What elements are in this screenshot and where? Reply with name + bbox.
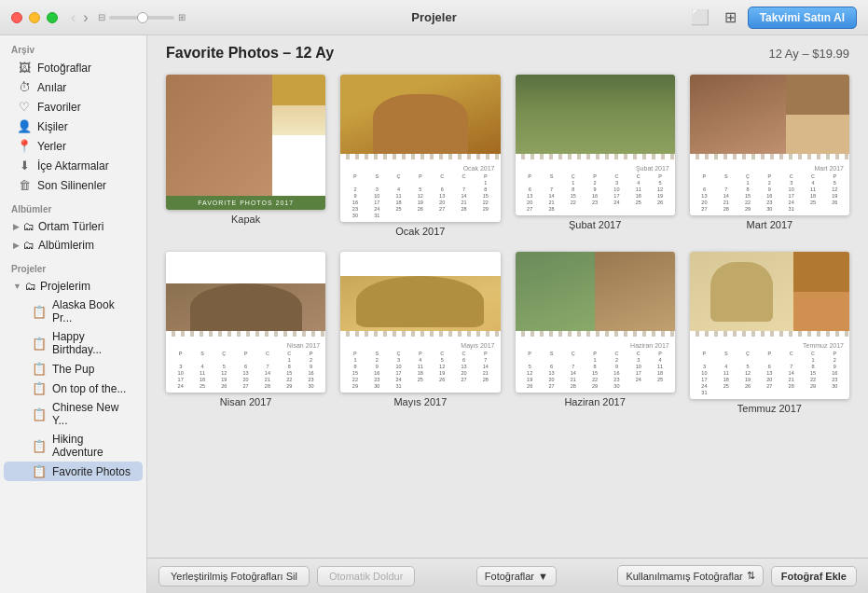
sidebar-item-the-pup[interactable]: 📋 The Pup — [4, 359, 143, 379]
sidebar-item-son-silinenler[interactable]: 🗑 Son Silinenler — [4, 175, 143, 195]
haziran-card: Haziran 2017 PSÇPCCP 1234 567891011 1213… — [516, 252, 675, 393]
album-price: 12 Ay – $19.99 — [768, 47, 849, 61]
wire-binding — [166, 331, 325, 337]
content-area: Favorite Photos – 12 Ay 12 Ay – $19.99 F — [147, 35, 868, 593]
calendar-body: Mayıs 2017 PSÇPCCP 1234567 891011121314 … — [340, 338, 500, 393]
auto-fill-button[interactable]: Otomatik Doldur — [317, 566, 415, 586]
sidebar-item-anilar[interactable]: ⏱ Anılar — [4, 77, 143, 97]
sidebar-item-ortam-turleri[interactable]: ▶ 🗂 Ortam Türleri — [4, 217, 143, 236]
month-label: Mayıs 2017 — [344, 342, 496, 350]
sidebar-item-label: Hiking Adventure — [52, 433, 133, 459]
main-layout: Arşiv 🖼 Fotoğraflar ⏱ Anılar ♡ Favoriler… — [0, 35, 868, 593]
month-label: Ocak 2017 — [344, 165, 496, 172]
zoom-small-icon: ⊟ — [98, 12, 105, 22]
cover-photo — [166, 75, 325, 196]
sidebar-item-ice-aktarmalar[interactable]: ⬇ İçe Aktarmalar — [4, 156, 143, 175]
places-icon: 📍 — [17, 139, 32, 153]
sidebar-toggle-button[interactable]: ⬜ — [687, 7, 713, 28]
calendar-icon2: 📋 — [32, 381, 47, 395]
memories-icon: ⏱ — [17, 80, 32, 94]
buy-calendar-button[interactable]: Takvimi Satın Al — [748, 7, 857, 29]
view-toggle-button[interactable]: ⊞ — [721, 7, 740, 28]
calendar-item-ocak[interactable]: Ocak 2017 PSÇPCCP 1 2345678 910111213141… — [340, 75, 500, 237]
subat-photo — [516, 75, 675, 154]
zoom-thumb[interactable] — [137, 12, 148, 23]
bottom-toolbar: Yerleştirilmiş Fotoğrafları Sil Otomatik… — [147, 558, 868, 593]
title-bar: ‹ › ⊟ ⊞ Projeler ⬜ ⊞ Takvimi Satın Al — [0, 0, 868, 35]
book-icon: 📋 — [32, 305, 47, 319]
minimize-button[interactable] — [29, 12, 40, 23]
trash-icon: 🗑 — [17, 178, 32, 192]
maximize-button[interactable] — [47, 12, 58, 23]
sidebar-item-label: Anılar — [37, 81, 133, 94]
sidebar-item-happy-birthday[interactable]: 📋 Happy Birthday... — [4, 327, 143, 359]
nisan-card: Nisan 2017 PSÇPCCP 12 3456789 1011121314… — [166, 252, 325, 393]
sidebar-item-label: Albümlerim — [38, 239, 94, 252]
zoom-slider-area: ⊟ ⊞ — [98, 12, 186, 22]
calendar-item-nisan[interactable]: Nisan 2017 PSÇPCCP 12 3456789 1011121314… — [166, 252, 325, 414]
sidebar-item-projelerim[interactable]: ▼ 🗂 Projelerim — [4, 277, 143, 296]
haziran-photo — [516, 252, 675, 331]
photos-dropdown-area: Fotoğraflar ▼ — [476, 566, 557, 586]
mart-label: Mart 2017 — [747, 219, 793, 230]
close-button[interactable] — [11, 12, 22, 23]
ocak-label: Ocak 2017 — [395, 226, 445, 237]
back-button[interactable]: ‹ — [69, 9, 77, 26]
sidebar-item-hiking[interactable]: 📋 Hiking Adventure — [4, 430, 143, 462]
calendar-item-mayis[interactable]: Mayıs 2017 PSÇPCCP 1234567 891011121314 … — [340, 252, 500, 414]
photos-dropdown[interactable]: Fotoğraflar ▼ — [476, 566, 557, 586]
sidebar-item-on-top-of[interactable]: 📋 On top of the... — [4, 379, 143, 398]
sidebar-item-albumlerim[interactable]: ▶ 🗂 Albümlerim — [4, 236, 143, 255]
sidebar-item-label: Chinese New Y... — [52, 401, 133, 427]
subat-label: Şubat 2017 — [569, 219, 621, 230]
sort-icon: ⇅ — [747, 570, 755, 582]
temmuz-photo — [690, 252, 849, 331]
sidebar-item-fotograflar[interactable]: 🖼 Fotoğraflar — [4, 58, 143, 77]
chevron-down-icon: ▼ — [13, 282, 21, 291]
sidebar-item-yerler[interactable]: 📍 Yerler — [4, 136, 143, 156]
sidebar-item-label: Yerler — [37, 140, 133, 153]
sidebar-item-alaska[interactable]: 📋 Alaska Book Pr... — [4, 296, 143, 327]
people-icon: 👤 — [17, 119, 32, 133]
projects-folder-icon: 🗂 — [25, 280, 36, 293]
mini-calendar: PSÇPCCP 12 3456789 10111213141516 171819… — [170, 350, 322, 389]
favorites-icon: ♡ — [17, 100, 32, 114]
mini-calendar: PSÇPCCP 1234567 891011121314 15161718192… — [344, 350, 496, 389]
add-photo-button[interactable]: Fotoğraf Ekle — [771, 566, 857, 586]
media-types-icon: 🗂 — [23, 220, 34, 233]
content-header: Favorite Photos – 12 Ay 12 Ay – $19.99 — [147, 35, 868, 67]
calendar-body: Mart 2017 PSÇPCCP 12345 6789101112 13141… — [690, 161, 849, 215]
archive-section-label: Arşiv — [0, 35, 146, 58]
calendar-icon3: 📋 — [32, 407, 47, 421]
sidebar-item-favoriler[interactable]: ♡ Favoriler — [4, 97, 143, 117]
sidebar-item-label: Fotoğraflar — [37, 62, 133, 75]
mini-calendar: PSÇPCCP 12345 6789101112 13141516171819 … — [519, 172, 671, 212]
window-title: Projeler — [411, 10, 456, 24]
forward-button[interactable]: › — [81, 9, 90, 26]
sidebar-item-favorite-photos[interactable]: 📋 Favorite Photos — [4, 462, 143, 481]
sidebar-item-label: Happy Birthday... — [52, 330, 133, 356]
wire-binding — [690, 154, 849, 159]
month-label: Temmuz 2017 — [694, 342, 846, 350]
chevron-right-icon: ▶ — [13, 222, 20, 231]
wire-binding — [340, 331, 500, 337]
photos-icon: 🖼 — [17, 61, 32, 75]
delete-placed-photos-button[interactable]: Yerleştirilmiş Fotoğrafları Sil — [158, 566, 310, 586]
sidebar-item-chinese-new[interactable]: 📋 Chinese New Y... — [4, 398, 143, 430]
mini-calendar: PSÇPCCP 12 3456789 10111213141516 171819… — [694, 350, 846, 395]
zoom-large-icon: ⊞ — [178, 12, 186, 22]
cover-bottom-right-photo — [272, 105, 325, 136]
unused-label: Kullanılmamış Fotoğraflar — [626, 571, 742, 582]
sidebar-item-kisiler[interactable]: 👤 Kişiler — [4, 117, 143, 136]
calendar-item-temmuz[interactable]: Temmuz 2017 PSÇPCCP 12 3456789 101112131… — [690, 252, 849, 414]
calendar-item-subat[interactable]: Şubat 2017 PSÇPCCP 12345 6789101112 1314… — [516, 75, 675, 237]
calendar-item-cover[interactable]: FAVORITE PHOTOS 2017 Kapak — [166, 75, 325, 237]
calendar-body: Ocak 2017 PSÇPCCP 1 2345678 910111213141… — [340, 161, 500, 222]
calendar-icon5: 📋 — [32, 464, 47, 478]
unused-photos-dropdown[interactable]: Kullanılmamış Fotoğraflar ⇅ — [617, 565, 763, 586]
wire-binding — [690, 331, 849, 337]
album-title: Favorite Photos – 12 Ay — [166, 45, 334, 62]
nav-buttons: ‹ › — [69, 9, 90, 26]
calendar-item-mart[interactable]: Mart 2017 PSÇPCCP 12345 6789101112 13141… — [690, 75, 849, 237]
calendar-item-haziran[interactable]: Haziran 2017 PSÇPCCP 1234 567891011 1213… — [516, 252, 675, 414]
